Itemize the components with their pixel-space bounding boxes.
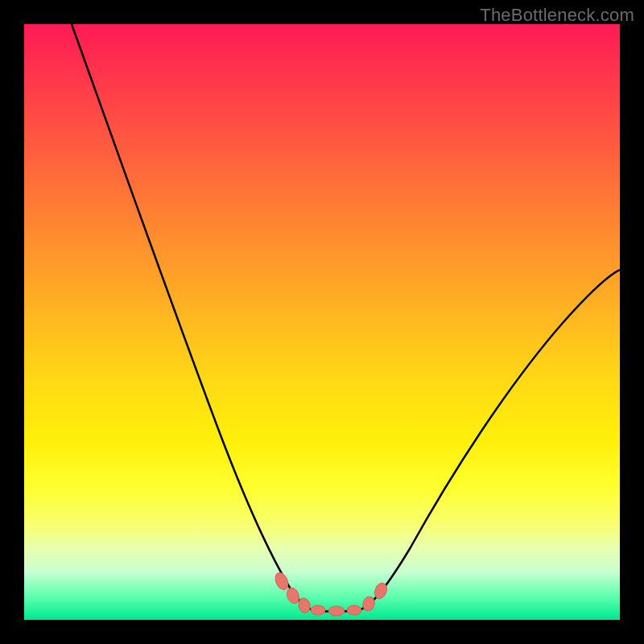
right-marker-1 <box>361 595 377 612</box>
chart-svg <box>24 24 620 620</box>
left-curve <box>72 24 314 610</box>
floor-marker-2 <box>328 606 345 616</box>
right-curve <box>358 270 620 610</box>
floor-marker-1 <box>311 605 325 615</box>
markers-group <box>273 571 389 616</box>
left-marker-1 <box>273 571 291 592</box>
watermark-text: TheBottleneck.com <box>480 5 634 26</box>
floor-marker-3 <box>347 605 361 615</box>
chart-frame: TheBottleneck.com <box>0 0 644 644</box>
